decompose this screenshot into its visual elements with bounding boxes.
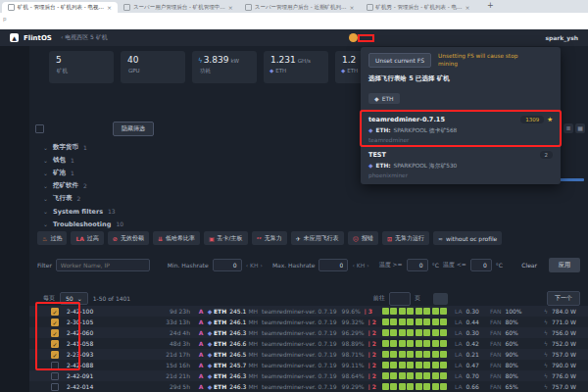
range-label: 1-50 of 1401	[93, 295, 130, 302]
chevron-down-icon[interactable]: ⌄	[43, 220, 48, 227]
sidebar-filter-group[interactable]: ⌄ 数字货币 1	[43, 141, 123, 154]
page-button[interactable]	[504, 293, 518, 305]
grid-view-icon[interactable]: ▦	[575, 123, 585, 133]
worker-name[interactable]: 2-42-100	[67, 308, 149, 315]
breadcrumb[interactable]: ‹ 电视西区 5 矿机	[61, 33, 108, 42]
worker-name[interactable]: 2-30-105	[67, 318, 149, 325]
table-row[interactable]: ✓ 2-30-105 33d 13h A ◆ ETH 246.1 MH team…	[29, 317, 588, 327]
hide-filters-button[interactable]: 隐藏筛选	[113, 122, 154, 136]
table-row[interactable]: ✓ 2-42-088 15d 16h A ◆ ETH 245.7 MH team…	[29, 360, 588, 370]
sidebar-filter-group[interactable]: ⌄ 矿池 1	[43, 167, 123, 179]
la-label: LA	[455, 340, 463, 347]
share-percent: 99.29%	[342, 383, 365, 390]
trouble-chip[interactable]: ✈ 未应用飞行表	[291, 231, 344, 245]
goto-page-input[interactable]	[389, 292, 411, 306]
trouble-chip[interactable]: ⇊ 低哈希比率	[153, 231, 200, 245]
flight-sheet-item[interactable]: TEST 2 ★ ◆ ETH: SPARKPOOL 海尔矿530 phoenix…	[361, 146, 561, 181]
sidebar-filter-group[interactable]: ⌄ System filters 13	[43, 205, 123, 218]
star-icon[interactable]: ★	[547, 116, 553, 123]
username-label[interactable]: spark_ysh	[545, 34, 578, 41]
trouble-chip[interactable]: ⊘ 无效份额	[108, 231, 149, 245]
table-row[interactable]: ✓ 2-42-014 29d 5h A ◆ ETH 246.3 MH teamr…	[29, 381, 588, 392]
unset-current-fs-button[interactable]: Unset current FS	[368, 53, 431, 68]
list-view-icon[interactable]: ≣	[564, 123, 573, 133]
row-checkbox[interactable]: ✓	[51, 351, 59, 359]
sidebar-filter-group[interactable]: ⌄ 挖矿软件 2	[43, 179, 123, 192]
table-row[interactable]: ✓ 2-41-058 48d 3h A ◆ ETH 246.6 MH teamr…	[29, 338, 588, 349]
select-all-checkbox[interactable]	[35, 124, 44, 133]
chevron-down-icon[interactable]: ⌄	[43, 182, 48, 189]
row-checkbox[interactable]: ✓	[51, 329, 59, 337]
unit-dec-icon[interactable]: ‹	[352, 262, 354, 269]
tab-close-icon[interactable]: ×	[350, 4, 355, 11]
chevron-down-icon[interactable]: ⌄	[43, 157, 48, 164]
browser-tab[interactable]: スーパー管理用户后台 - 近期矿机列… ×	[239, 2, 361, 13]
trouble-chip[interactable]: ☹ 报错	[348, 231, 378, 245]
chevron-down-icon[interactable]: ⌄	[43, 195, 48, 202]
table-row[interactable]: ✓ 2-42-100 9d 23h A ◆ ETH 245.1 MH teamr…	[29, 306, 588, 317]
page-button[interactable]	[468, 293, 483, 305]
apply-filters-button[interactable]: 应用	[549, 258, 580, 272]
sidebar-filter-group[interactable]: ⌄ 飞行表 2	[43, 192, 123, 205]
page-button[interactable]	[451, 293, 466, 305]
page-button[interactable]	[433, 293, 448, 305]
chevron-down-icon[interactable]: ⌄	[43, 144, 48, 151]
toolbar-icon[interactable]	[349, 33, 358, 42]
table-row[interactable]: ✓ 2-42-060 24d 4h A ◆ ETH 246.3 MH teamr…	[29, 327, 588, 338]
tab-close-icon[interactable]: ×	[466, 4, 470, 11]
trouble-chip[interactable]: ≈ without oc profile	[433, 231, 502, 245]
new-tab-button[interactable]: +	[487, 1, 494, 11]
unit-inc-icon[interactable]: ›	[260, 262, 262, 269]
page-button[interactable]	[486, 293, 501, 305]
page-button[interactable]	[521, 293, 536, 305]
temp-max-input[interactable]	[470, 259, 492, 271]
row-checkbox[interactable]: ✓	[51, 308, 59, 316]
worker-name[interactable]: 2-23-093	[67, 351, 149, 358]
coin-filter-chip[interactable]: ◆ ETH	[368, 93, 400, 104]
browser-tab[interactable]: スーパー用户管理后台 - 矿机管理中… ×	[118, 2, 239, 13]
trouble-chip[interactable]: LA 过高	[71, 231, 103, 245]
trouble-chip[interactable]: ♨ 过热	[37, 231, 67, 245]
miner-version: teamredminer-ver. 0.7.19	[262, 372, 337, 379]
min-hashrate-input[interactable]	[213, 259, 242, 271]
row-checkbox[interactable]: ✓	[51, 318, 59, 326]
tab-close-icon[interactable]: ×	[228, 4, 233, 11]
gpu-status-square	[382, 318, 389, 325]
flight-sheet-item[interactable]: teamredminer-0.7.15 1309 ★ ◆ ETH: SPARKP…	[361, 111, 561, 146]
per-page-select[interactable]: 50 ⌄	[60, 292, 88, 305]
chevron-down-icon[interactable]: ⌄	[43, 170, 48, 176]
trouble-chip[interactable]: ᶻᶻ 无算力	[252, 231, 287, 245]
clear-filters-link[interactable]: Clear	[521, 262, 537, 269]
worker-name[interactable]: 2-42-088	[67, 362, 149, 368]
table-row[interactable]: ✓ 2-23-093 21d 17h A ◆ ETH 246.5 MH team…	[29, 349, 588, 360]
browser-tab[interactable]: 矿机秀 - 管理后台 - 矿机列表 - 电… ×	[361, 2, 476, 13]
temp-min-input[interactable]	[407, 259, 428, 271]
next-page-button[interactable]: 下一个	[547, 291, 580, 306]
gpu-status-square	[399, 372, 406, 379]
eth-icon: ◆	[206, 329, 214, 336]
unit-inc-icon[interactable]: ›	[367, 262, 368, 269]
trouble-chip[interactable]: ▣ 丢卡/主板	[204, 231, 248, 245]
tab-close-icon[interactable]: ×	[107, 4, 112, 11]
flight-sheet-list: teamredminer-0.7.15 1309 ★ ◆ ETH: SPARKP…	[361, 111, 561, 181]
sidebar-filter-group[interactable]: ⌄ 钱包 1	[43, 154, 123, 167]
worker-tag: A	[196, 383, 206, 390]
row-checkbox[interactable]: ✓	[51, 383, 59, 391]
table-row[interactable]: ✓ 2-42-091 21d 21h A ◆ ETH 246.3 MH team…	[29, 370, 588, 381]
browser-tab[interactable]: 矿机 - 管理后台 - 矿机列表 - 电视… ×	[2, 2, 118, 13]
row-checkbox[interactable]: ✓	[51, 372, 59, 380]
trouble-chip[interactable]: ⊡ 无算力运行	[382, 231, 429, 245]
worker-name[interactable]: 2-41-058	[67, 340, 149, 347]
worker-name[interactable]: 2-42-014	[67, 383, 149, 390]
stat-label: 功耗	[200, 68, 211, 74]
max-hashrate-input[interactable]	[318, 259, 348, 271]
row-checkbox[interactable]: ✓	[51, 340, 59, 348]
worker-name[interactable]: 2-42-091	[67, 372, 149, 379]
sidebar-filter-group[interactable]: ⌄ Troubleshooting 10	[43, 218, 123, 230]
worker-search-input[interactable]	[56, 259, 150, 271]
row-checkbox[interactable]: ✓	[51, 362, 59, 369]
gpu-status-squares	[382, 372, 448, 379]
unit-dec-icon[interactable]: ‹	[246, 262, 248, 269]
chevron-down-icon[interactable]: ⌄	[43, 208, 48, 215]
worker-name[interactable]: 2-42-060	[67, 329, 149, 336]
